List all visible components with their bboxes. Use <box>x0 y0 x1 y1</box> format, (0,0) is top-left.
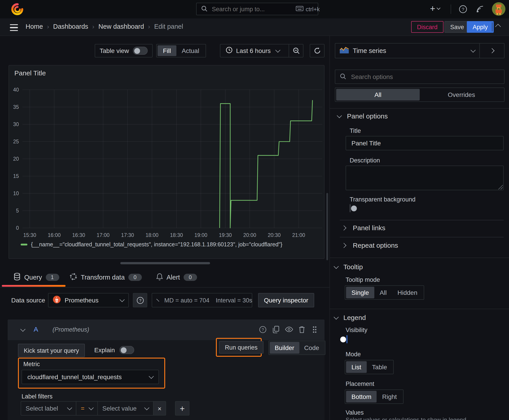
tab-transform-data[interactable]: Transform data 0 <box>69 273 142 282</box>
series-legend-label[interactable]: {__name__="cloudflared_tunnel_total_requ… <box>31 241 282 248</box>
tab-all-options[interactable]: All <box>336 89 420 100</box>
datasource-help-button[interactable]: ? <box>133 293 147 307</box>
builder-option[interactable]: Builder <box>270 342 299 354</box>
panel-title[interactable]: Panel Title <box>14 69 46 77</box>
kick-start-query-button[interactable]: Kick start your query <box>18 344 85 357</box>
svg-text:17:30: 17:30 <box>121 232 134 238</box>
metric-select[interactable]: cloudflared_tunnel_total_requests <box>22 370 159 384</box>
hide-query-icon[interactable] <box>285 326 293 332</box>
actual-option[interactable]: Actual <box>176 45 205 56</box>
options-search[interactable] <box>335 69 504 84</box>
refresh-button[interactable] <box>310 44 325 57</box>
search-input[interactable] <box>211 5 292 13</box>
datasource-picker[interactable]: Prometheus <box>48 293 129 307</box>
tooltip-hidden-option[interactable]: Hidden <box>392 287 423 298</box>
legend-visibility-toggle[interactable] <box>347 335 347 343</box>
tab-query-label: Query <box>24 274 42 281</box>
time-range-picker[interactable]: Last 6 hours <box>220 47 289 55</box>
interval-text: Interval = 30s <box>216 297 252 304</box>
search-shortcut-label: ctrl+k <box>306 6 320 12</box>
series-swatch <box>21 244 27 246</box>
repeat-options-section[interactable]: Repeat options <box>342 241 398 249</box>
delete-query-icon[interactable] <box>298 326 305 333</box>
tab-overrides[interactable]: Overrides <box>420 89 503 100</box>
panel-options-header[interactable]: Panel options <box>338 112 388 120</box>
query-row-header[interactable]: A (Prometheus) ? <box>8 320 325 340</box>
legend-placement-bottom[interactable]: Bottom <box>346 391 377 403</box>
horizontal-drag-handle[interactable] <box>120 262 210 264</box>
save-button[interactable]: Save <box>444 21 470 33</box>
chevron-down-icon <box>120 297 125 302</box>
discard-button[interactable]: Discard <box>411 21 443 33</box>
select-label-placeholder: Select label <box>26 405 58 412</box>
chevron-down-icon <box>67 405 72 410</box>
news-icon[interactable] <box>476 5 484 14</box>
table-view-toggle[interactable] <box>133 47 148 55</box>
top-nav-bar: ctrl+k + ? <box>0 0 509 18</box>
legend-mode-list[interactable]: List <box>346 361 367 373</box>
fill-option[interactable]: Fill <box>158 45 176 56</box>
zoom-out-button[interactable] <box>289 45 303 57</box>
svg-text:17:00: 17:00 <box>97 232 110 238</box>
chevron-right-icon <box>156 299 159 302</box>
legend-placement-right[interactable]: Right <box>377 391 402 403</box>
add-filter-button[interactable]: + <box>175 401 190 415</box>
legend-section-header[interactable]: Legend <box>334 314 366 321</box>
panel-title-input[interactable] <box>346 136 504 150</box>
svg-text:?: ? <box>462 7 464 12</box>
visualization-value: Time series <box>353 47 467 54</box>
vertical-scrollbar[interactable] <box>326 193 328 260</box>
menu-toggle-button[interactable] <box>10 24 18 31</box>
description-textarea[interactable] <box>346 165 504 190</box>
datasource-label: Data source <box>11 297 45 304</box>
avatar[interactable] <box>492 2 505 17</box>
breadcrumb-home[interactable]: Home <box>26 23 43 30</box>
transparent-bg-toggle[interactable] <box>350 204 350 212</box>
query-inspector-button[interactable]: Query inspector <box>258 293 314 307</box>
options-search-input[interactable] <box>350 73 500 81</box>
code-option[interactable]: Code <box>299 342 324 354</box>
legend-mode-table[interactable]: Table <box>367 361 393 373</box>
remove-filter-button[interactable]: × <box>153 401 166 415</box>
operator-dropdown[interactable]: = <box>76 401 98 415</box>
tab-query[interactable]: Query 1 <box>14 273 59 282</box>
collapse-query-icon[interactable] <box>20 327 26 332</box>
tooltip-single-option[interactable]: Single <box>346 287 374 298</box>
svg-text:18:30: 18:30 <box>170 232 183 238</box>
select-value-dropdown[interactable]: Select value <box>98 401 153 415</box>
explain-toggle[interactable] <box>119 346 134 354</box>
run-queries-button[interactable]: Run queries <box>219 341 264 354</box>
breadcrumb-dashboards[interactable]: Dashboards <box>53 23 88 30</box>
time-series-chart[interactable]: 051015202530354015:3016:0016:3017:0017:3… <box>12 82 324 242</box>
svg-text:19:30: 19:30 <box>219 232 232 238</box>
select-label-dropdown[interactable]: Select label <box>21 401 76 415</box>
visualization-picker[interactable]: Time series <box>335 43 504 58</box>
query-ref-id[interactable]: A <box>34 325 38 333</box>
query-help-icon[interactable]: ? <box>259 326 267 333</box>
query-options-summary[interactable]: MD = auto = 704 Interval = 30s <box>152 293 252 307</box>
duplicate-query-icon[interactable] <box>273 326 280 333</box>
panel-links-section[interactable]: Panel links <box>342 224 385 232</box>
options-scope-tabs: All Overrides <box>335 88 504 102</box>
chart-legend: {__name__="cloudflared_tunnel_total_requ… <box>21 241 282 248</box>
apply-button[interactable]: Apply <box>467 21 494 33</box>
tab-alert[interactable]: Alert 0 <box>156 273 197 282</box>
resize-grip-icon[interactable] <box>498 185 503 189</box>
svg-text:19:00: 19:00 <box>194 232 207 238</box>
breadcrumb-new-dashboard[interactable]: New dashboard <box>98 23 144 30</box>
drag-handle-icon[interactable] <box>312 326 317 333</box>
collapse-header-button[interactable] <box>496 25 500 29</box>
grafana-logo-icon[interactable] <box>11 3 23 17</box>
svg-text:35: 35 <box>13 104 19 110</box>
global-search[interactable]: ctrl+k <box>196 3 318 15</box>
select-value-placeholder: Select value <box>102 405 137 412</box>
title-field-label: Title <box>350 128 361 134</box>
tab-transform-count: 0 <box>128 274 142 281</box>
tooltip-all-option[interactable]: All <box>374 287 392 298</box>
new-menu-button[interactable]: + <box>430 4 440 13</box>
svg-text:16:30: 16:30 <box>72 232 85 238</box>
toggle-options-pane-button[interactable] <box>480 44 504 58</box>
help-button[interactable]: ? <box>459 5 467 14</box>
tooltip-section-header[interactable]: Tooltip <box>334 263 363 270</box>
description-textarea-wrap <box>346 165 504 190</box>
